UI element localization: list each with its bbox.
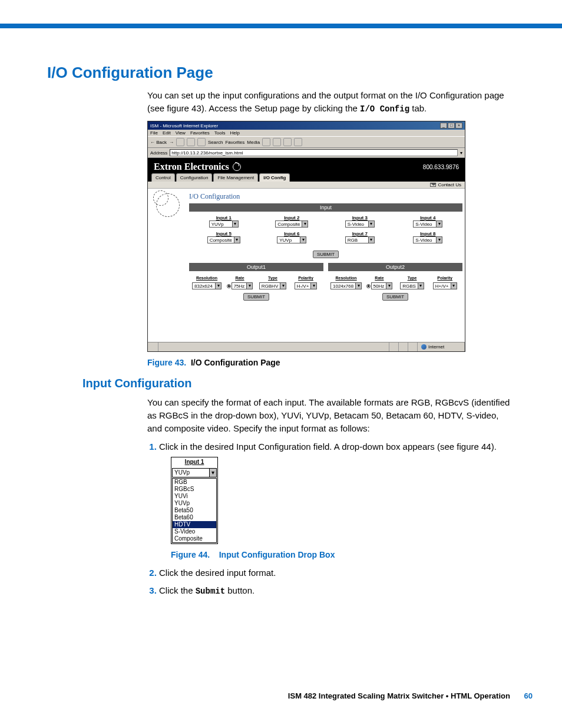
- step-1: Click in the desired Input Configuration…: [159, 440, 515, 561]
- out1-polarity-select[interactable]: H-/V+▾: [295, 282, 318, 289]
- chevron-down-icon: ▾: [368, 221, 374, 227]
- figure-44-caption: Figure 44. Input Configuration Drop Box: [171, 549, 515, 561]
- stop-icon[interactable]: [176, 138, 184, 146]
- dd-opt-svideo[interactable]: S-Video: [173, 528, 216, 535]
- brand-header: Extron Electronics 800.633.9876: [148, 158, 465, 173]
- dd-opt-beta60[interactable]: Beta60: [173, 514, 216, 521]
- menu-tools[interactable]: Tools: [214, 130, 226, 136]
- status-cell: [408, 342, 418, 351]
- mail-icon[interactable]: [273, 138, 281, 146]
- dd-selected-row[interactable]: YUVp ▾: [172, 468, 217, 478]
- contact-strip: Contact Us: [148, 182, 465, 189]
- dd-opt-yuvi[interactable]: YUVi: [173, 493, 216, 500]
- browser-statusbar: Internet: [148, 342, 465, 351]
- out1-submit-button[interactable]: SUBMIT: [243, 293, 269, 301]
- address-label: Address: [150, 150, 167, 156]
- input-4: Input 4S-Video▾: [399, 215, 457, 228]
- dd-opt-composite[interactable]: Composite: [173, 535, 216, 542]
- input-6-select[interactable]: YUVp▾: [277, 236, 306, 243]
- menu-help[interactable]: Help: [230, 130, 239, 136]
- address-input[interactable]: http://10.13.2.236/nortxe_ism.html: [170, 149, 458, 156]
- input-2-label: Input 2: [263, 215, 321, 220]
- out2-rate-radio[interactable]: [366, 284, 371, 288]
- tab-configuration[interactable]: Configuration: [176, 173, 213, 182]
- maximize-button[interactable]: □: [448, 123, 455, 129]
- out2-rate-select[interactable]: 50Hz▾: [371, 282, 393, 289]
- close-button[interactable]: ×: [455, 123, 462, 129]
- search-button[interactable]: Search: [208, 140, 223, 145]
- fig44-label: Figure 44.: [171, 550, 210, 559]
- address-bar: Address http://10.13.2.236/nortxe_ism.ht…: [148, 148, 465, 158]
- out-col-resolution: Resolution: [191, 276, 222, 280]
- page-footer: ISM 482 Integrated Scaling Matrix Switch…: [0, 691, 562, 718]
- out2-polarity-select[interactable]: H+/V+▾: [433, 282, 457, 289]
- brand-text: Extron Electronics: [154, 162, 229, 172]
- input-1-select[interactable]: YUVp▾: [209, 220, 239, 228]
- input-7-select[interactable]: RGB▾: [345, 236, 375, 243]
- out1-rate-radio[interactable]: [227, 284, 231, 288]
- step-2: Click the desired input format.: [159, 566, 515, 579]
- out1-resolution-select[interactable]: 832x624▾: [192, 282, 222, 289]
- output2-block: Output2 Resolution Rate Type Polarity 10…: [328, 263, 462, 305]
- input-grid: Input 1YUVp▾ Input 2Composite▾ Input 3S-…: [189, 215, 462, 248]
- out2-submit-button[interactable]: SUBMIT: [382, 293, 408, 301]
- status-zone: Internet: [418, 342, 465, 351]
- edit-icon[interactable]: [294, 138, 302, 146]
- input-submit-button[interactable]: SUBMIT: [313, 251, 339, 258]
- input-1-label: Input 1: [195, 215, 253, 220]
- input-4-label: Input 4: [399, 215, 457, 220]
- out-col-resolution: Resolution: [330, 276, 362, 280]
- out2-resolution-select[interactable]: 1024x768▾: [330, 282, 362, 289]
- contact-link[interactable]: Contact Us: [438, 182, 461, 187]
- menu-view[interactable]: View: [176, 130, 186, 136]
- favorites-button[interactable]: Favorites: [225, 140, 244, 145]
- dd-opt-rgb[interactable]: RGB: [173, 479, 216, 486]
- chevron-down-icon: ▾: [436, 237, 442, 243]
- refresh-icon[interactable]: [187, 138, 195, 146]
- history-icon[interactable]: [262, 138, 270, 146]
- forward-button[interactable]: →: [169, 140, 174, 145]
- minimize-button[interactable]: _: [440, 123, 447, 129]
- figure-44-dropdown: Input 1 YUVp ▾ RGB RGBcS YUVi YUVp Beta5…: [171, 457, 218, 544]
- browser-titlebar: ISM - Microsoft Internet Explorer _ □ ×: [148, 121, 465, 130]
- dd-opt-yuvp[interactable]: YUVp: [173, 500, 216, 507]
- status-cell: [399, 342, 408, 351]
- status-spacer: [158, 342, 389, 351]
- input-2-select[interactable]: Composite▾: [275, 220, 308, 228]
- output1-header: Output1: [189, 263, 323, 271]
- menu-favorites[interactable]: Favorites: [190, 130, 210, 136]
- browser-title: ISM - Microsoft Internet Explorer: [150, 123, 218, 129]
- print-icon[interactable]: [283, 138, 292, 146]
- globe-icon: [421, 344, 427, 350]
- outputs-row: Output1 Resolution Rate Type Polarity 83…: [189, 263, 462, 305]
- out1-rate-select[interactable]: 75Hz▾: [232, 282, 253, 289]
- input-2: Input 2Composite▾: [263, 215, 321, 228]
- dd-opt-beta50[interactable]: Beta50: [173, 507, 216, 514]
- input-4-select[interactable]: S-Video▾: [413, 220, 442, 228]
- browser-window: ISM - Microsoft Internet Explorer _ □ × …: [147, 121, 465, 352]
- input-section-header: Input: [189, 203, 462, 212]
- input-1: Input 1YUVp▾: [195, 215, 253, 228]
- intro-text-a: You can set up the input configurations …: [147, 90, 504, 113]
- input-3-select[interactable]: S-Video▾: [345, 220, 375, 228]
- tab-io-config[interactable]: I/O Config: [259, 173, 290, 182]
- out1-type-select[interactable]: RGBHV▾: [259, 282, 286, 289]
- brand-swoosh-icon: [233, 163, 241, 171]
- tab-file-management[interactable]: File Management: [213, 173, 258, 182]
- dd-opt-rgbcs[interactable]: RGBcS: [173, 486, 216, 493]
- fig44-text: Input Configuration Drop Box: [219, 550, 335, 559]
- menu-edit[interactable]: Edit: [163, 130, 171, 136]
- back-button[interactable]: ← Back: [150, 140, 167, 145]
- home-icon[interactable]: [197, 138, 206, 146]
- input-8-select[interactable]: S-Video▾: [413, 236, 442, 243]
- steps-list: Click in the desired Input Configuration…: [147, 440, 515, 597]
- tab-control[interactable]: Control: [151, 173, 175, 182]
- media-button[interactable]: Media: [247, 140, 260, 145]
- submit-button-name: Submit: [196, 587, 225, 596]
- menu-file[interactable]: File: [150, 130, 158, 136]
- out2-type-select[interactable]: RGBS▾: [400, 282, 424, 289]
- input-5-select[interactable]: Composite▾: [207, 236, 240, 243]
- address-dropdown-icon[interactable]: ▾: [460, 150, 462, 156]
- dd-opt-hdtv[interactable]: HDTV: [173, 521, 216, 528]
- brand-logo: Extron Electronics: [154, 162, 241, 172]
